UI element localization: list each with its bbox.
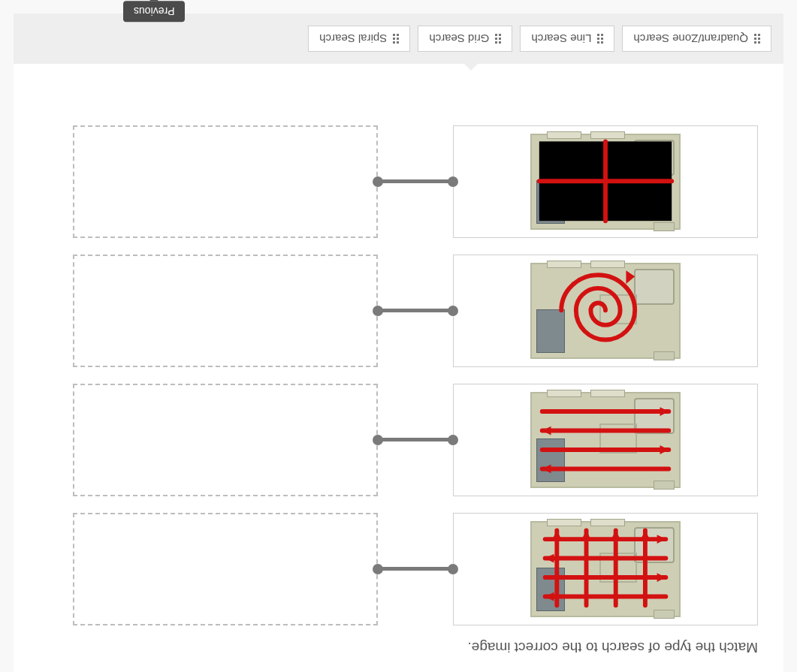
- svg-marker-13: [657, 573, 666, 582]
- svg-marker-10: [582, 530, 591, 539]
- match-rows: [39, 125, 758, 625]
- drop-target[interactable]: [73, 513, 378, 625]
- prompt-image-quadrant: [453, 125, 758, 238]
- svg-marker-22: [542, 426, 551, 435]
- token-label: Grid Search: [429, 32, 489, 45]
- match-row: [39, 125, 758, 238]
- drag-token[interactable]: Quadrant/Zone Search: [622, 26, 771, 52]
- match-row: [39, 384, 758, 496]
- drag-handle-icon: [495, 34, 501, 44]
- prompt-image-grid: [453, 513, 758, 625]
- connector: [378, 179, 453, 184]
- svg-marker-9: [611, 530, 620, 539]
- connector: [378, 438, 453, 442]
- drag-token[interactable]: Spiral Search: [308, 26, 410, 52]
- svg-marker-15: [657, 535, 666, 544]
- prompt-image-spiral: [453, 255, 758, 367]
- drag-token[interactable]: Grid Search: [418, 26, 512, 52]
- token-tray: Quadrant/Zone Search Line Search Grid Se…: [14, 14, 783, 64]
- svg-marker-24: [626, 270, 635, 284]
- drop-target[interactable]: [73, 384, 378, 496]
- token-label: Quadrant/Zone Search: [633, 32, 748, 45]
- connector: [378, 309, 453, 313]
- connector: [378, 567, 453, 571]
- svg-marker-11: [552, 530, 561, 539]
- svg-marker-8: [641, 530, 650, 539]
- svg-marker-12: [545, 592, 554, 601]
- prompt-image-line: [453, 384, 758, 496]
- svg-marker-20: [542, 465, 551, 474]
- drag-handle-icon: [393, 34, 399, 44]
- previous-button[interactable]: Previous: [123, 1, 185, 22]
- drop-target[interactable]: [73, 255, 378, 367]
- question-prompt: Match the type of search to the correct …: [39, 639, 758, 655]
- question-panel: Match the type of search to the correct …: [14, 34, 783, 672]
- drag-handle-icon: [754, 34, 760, 44]
- svg-marker-23: [660, 407, 669, 416]
- drop-target[interactable]: [73, 125, 378, 238]
- match-row: [39, 255, 758, 367]
- token-label: Line Search: [531, 32, 591, 45]
- match-row: [39, 513, 758, 625]
- svg-marker-21: [660, 445, 669, 454]
- drag-token[interactable]: Line Search: [520, 26, 614, 52]
- caret-up-icon: [463, 63, 479, 71]
- drag-handle-icon: [597, 34, 603, 44]
- svg-marker-14: [545, 554, 554, 563]
- token-label: Spiral Search: [319, 32, 387, 45]
